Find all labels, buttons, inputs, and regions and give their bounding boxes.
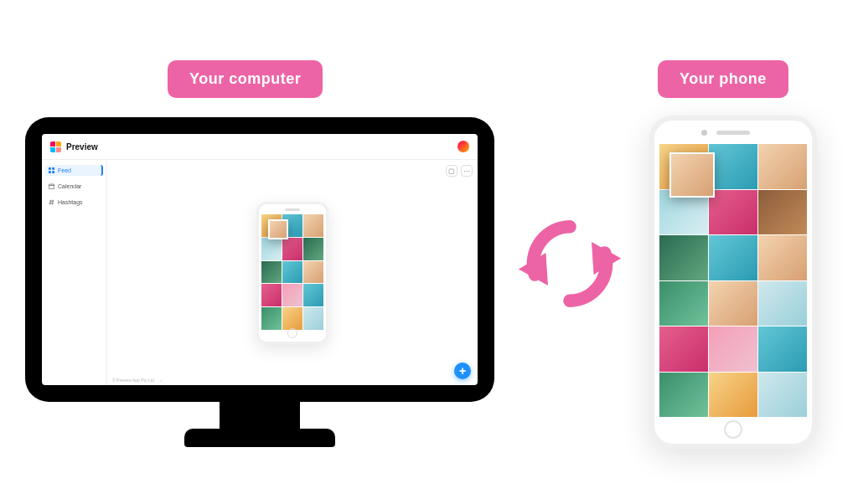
feed-tile[interactable]: [758, 281, 807, 327]
svg-rect-3: [52, 171, 54, 173]
app-header: Preview: [42, 134, 478, 160]
feed-tile[interactable]: [659, 373, 708, 418]
feed-tile[interactable]: [282, 307, 302, 330]
svg-rect-1: [52, 167, 54, 170]
feed-tile[interactable]: [261, 307, 282, 330]
feed-tile[interactable]: [709, 281, 757, 327]
feed-tile[interactable]: [659, 327, 708, 372]
feed-tile[interactable]: [758, 373, 807, 418]
footer-text: © Preview App Pty Ltd ‹: [112, 378, 162, 383]
feed-tile[interactable]: [282, 261, 302, 284]
svg-rect-4: [49, 184, 54, 189]
sidebar: Feed Calendar Hashtags: [42, 160, 107, 385]
app-main: ▢ ⋯: [107, 160, 478, 385]
grid-icon: [49, 167, 54, 173]
phone-camera: [701, 130, 707, 136]
feed-grid[interactable]: [261, 214, 323, 330]
feed-tile[interactable]: [659, 281, 708, 327]
phone-speaker: [716, 131, 750, 135]
feed-tile[interactable]: [709, 235, 757, 280]
feed-tile[interactable]: [261, 261, 282, 284]
sidebar-item-label: Calendar: [58, 183, 81, 189]
more-options-button[interactable]: ⋯: [461, 165, 473, 177]
sidebar-item-calendar[interactable]: Calendar: [45, 181, 103, 192]
avatar[interactable]: [457, 141, 469, 152]
label-your-phone: Your phone: [658, 60, 788, 98]
feed-tile[interactable]: [303, 214, 323, 237]
feed-tile[interactable]: [282, 238, 302, 260]
feed-tile[interactable]: [709, 373, 757, 418]
calendar-icon: [49, 183, 54, 189]
sync-icon: [515, 209, 624, 318]
app-logo-icon: [50, 141, 61, 152]
feed-tile[interactable]: [261, 238, 282, 260]
sidebar-item-hashtags[interactable]: Hashtags: [45, 197, 103, 208]
feed-tile[interactable]: [709, 144, 757, 189]
app-window: Preview Feed Calendar Hashtags: [42, 134, 478, 385]
feed-tile[interactable]: [709, 190, 757, 235]
label-your-computer: Your computer: [168, 60, 323, 98]
sidebar-item-label: Feed: [58, 167, 71, 173]
collapse-sidebar-icon[interactable]: ‹: [160, 378, 162, 383]
feed-tile[interactable]: [303, 284, 323, 306]
feed-tile[interactable]: [261, 284, 282, 306]
feed-grid[interactable]: [659, 144, 807, 417]
app-logo: Preview: [50, 141, 98, 152]
feed-tile[interactable]: [303, 261, 323, 284]
feed-tile[interactable]: [758, 327, 807, 372]
phone-device: [649, 116, 817, 449]
feed-tile[interactable]: [758, 190, 807, 235]
feed-tile[interactable]: [303, 238, 323, 260]
monitor-base: [184, 429, 335, 447]
phone-home-button[interactable]: [724, 420, 742, 439]
svg-rect-0: [49, 167, 51, 170]
add-post-button[interactable]: +: [454, 363, 471, 379]
feed-tile[interactable]: [758, 144, 807, 189]
feed-tile[interactable]: [303, 307, 323, 330]
device-toggle-button[interactable]: ▢: [446, 165, 457, 177]
preview-phone-device: [256, 202, 328, 344]
app-title: Preview: [66, 142, 98, 152]
feed-tile[interactable]: [758, 235, 807, 280]
feed-tile[interactable]: [709, 327, 757, 372]
feed-tile[interactable]: [659, 235, 708, 280]
sidebar-item-label: Hashtags: [58, 199, 83, 205]
svg-rect-2: [49, 171, 51, 173]
dragging-tile[interactable]: [268, 219, 288, 239]
feed-tile[interactable]: [282, 284, 302, 306]
computer-monitor: Preview Feed Calendar Hashtags: [25, 117, 494, 402]
sidebar-item-feed[interactable]: Feed: [45, 165, 103, 176]
dragging-tile[interactable]: [669, 152, 715, 198]
hashtag-icon: [49, 199, 54, 205]
